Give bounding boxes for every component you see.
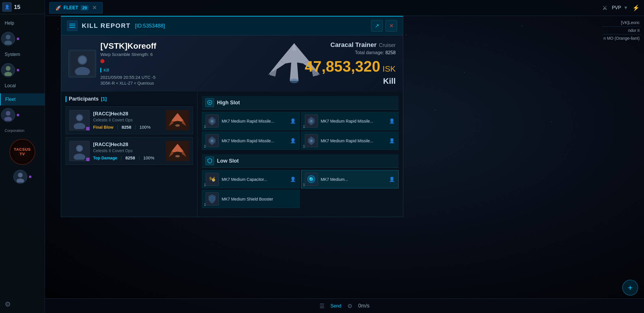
pilot-name: [VSTK]Koreoff (100, 41, 156, 51)
pilot-info: [VSTK]Koreoff Warp Scramble Strength: 6 … (68, 41, 156, 85)
sidebar-item-fleet[interactable]: Fleet (0, 93, 45, 105)
svg-text:+: + (212, 179, 214, 182)
kill-report-modal: KILL REPORT [ID:5353488] ↗ ✕ (61, 16, 403, 217)
damage-label: Total damage: (355, 50, 384, 55)
modal-actions: ↗ ✕ (371, 20, 397, 32)
hamburger-line (69, 24, 75, 24)
damage-value: 8258 (385, 50, 396, 55)
participant-card: [RACC]Hech28 Celestis II Covert Ops Fina… (66, 106, 193, 134)
participant-ship-icon (166, 110, 189, 130)
svg-point-51 (211, 140, 213, 142)
equip-count: 1 (303, 144, 305, 148)
sidebar-item-help[interactable]: Help (0, 17, 45, 29)
slot-icon (205, 98, 214, 107)
low-slot-section: Low Slot + (202, 154, 399, 208)
avatar-indicator (17, 114, 19, 116)
stat-divider: | (139, 155, 140, 161)
sidebar-item-local[interactable]: Local (0, 80, 45, 92)
pilot-warp: Warp Scramble Strength: 6 (100, 52, 156, 57)
high-slot-section: High Slot MK7 Medium Rapid Missile. (202, 96, 399, 150)
kill-right-info: Caracal Trainer Cruiser Total damage: 82… (305, 41, 396, 86)
isk-value: 47,853,320 (305, 58, 380, 75)
participant-card: [RACC]Hech28 Celestis II Covert Ops Top … (66, 137, 193, 165)
pilot-details: [VSTK]Koreoff Warp Scramble Strength: 6 … (100, 41, 156, 85)
logo-text: TACSUSTV (14, 147, 31, 156)
svg-point-37 (175, 155, 180, 157)
stat-divider: | (121, 155, 122, 161)
dropdown-arrow-icon: ▼ (623, 5, 628, 10)
equip-icon: + (206, 173, 219, 186)
menu-icon[interactable]: ☰ (319, 303, 325, 310)
settings-icon[interactable]: ⚙ (347, 303, 352, 310)
participant-name: [RACC]Hech28 (93, 142, 162, 148)
user-icon: 👤 (2, 2, 12, 12)
pvp-label: PVP ▼ (612, 5, 628, 10)
right-panel: [VK]Leoric ndor II n MO (Orange-liant) (602, 19, 641, 42)
close-button[interactable]: ✕ (386, 20, 397, 32)
equip-name: MK7 Medium Capacitor... (222, 177, 287, 182)
fleet-label: FLEET (64, 5, 78, 10)
equip-item: MK7 Medium Rapid Missile... 1 👤 (301, 112, 399, 130)
participant-ship-icon (166, 141, 189, 161)
equip-item: MK7 Medium Rapid Missile... 1 👤 (301, 132, 399, 150)
svg-point-3 (4, 72, 12, 76)
svg-point-47 (310, 120, 312, 122)
participants-title: Participants [1] (66, 96, 193, 102)
fleet-tab[interactable]: 🚀 FLEET 29 ✕ (49, 2, 103, 14)
equip-item: MK7 Medium Rapid Missile... 1 👤 (202, 132, 300, 150)
stat-damage: 8258 (125, 155, 135, 160)
stat-damage: 8258 (122, 125, 131, 130)
gear-icon: ⚙ (5, 300, 11, 308)
equip-count: 1 (204, 144, 206, 148)
participants-count: [1] (101, 97, 107, 102)
kill-header: [VSTK]Koreoff Warp Scramble Strength: 6 … (61, 35, 403, 92)
participant-rank-icon (86, 127, 90, 130)
send-button[interactable]: Send (330, 303, 341, 309)
stat-label: Top Damage (93, 156, 117, 160)
equip-owner-icon: 👤 (389, 176, 395, 182)
corporation-label: Corporation (0, 126, 45, 135)
sidebar-item-system[interactable]: System (0, 48, 45, 61)
participants-panel: Participants [1] [RACC]Hech28 Celestis I (61, 92, 198, 217)
svg-point-19 (79, 57, 86, 63)
isk-unit: ISK (383, 64, 396, 74)
add-button[interactable]: + (622, 280, 638, 296)
avatar-item (0, 62, 45, 78)
participant-stats: Final Blow | 8258 | 100% (93, 125, 162, 130)
kill-verdict: Kill (305, 77, 396, 86)
svg-point-62 (310, 177, 311, 179)
equipment-grid: + MK7 Medium Capacitor... 1 👤 (202, 170, 399, 208)
modal-header: KILL REPORT [ID:5353488] ↗ ✕ (61, 17, 403, 35)
equip-count: 1 (303, 125, 305, 129)
tacsus-logo: TACSUSTV (9, 139, 35, 165)
export-button[interactable]: ↗ (371, 20, 383, 32)
ship-type-line: Caracal Trainer Cruiser (305, 41, 396, 49)
topbar-right: ⚔ PVP ▼ ⚡ (602, 4, 640, 11)
right-panel-label: ndor II (628, 28, 640, 33)
ship-name: Caracal Trainer (330, 41, 377, 49)
equip-name: MK7 Medium Rapid Missile... (321, 119, 386, 123)
ship-class: Cruiser (379, 42, 396, 48)
equip-owner-icon: 👤 (290, 118, 296, 124)
sidebar: 👤 15 Help System (0, 0, 45, 313)
svg-point-43 (211, 120, 213, 122)
equip-icon (206, 114, 219, 128)
equip-count: 1 (204, 125, 206, 129)
settings-button[interactable]: ⚙ (0, 296, 45, 313)
right-panel-label: [VK]Leoric (621, 20, 640, 25)
hamburger-button[interactable] (67, 21, 77, 31)
damage-line: Total damage: 8258 (305, 50, 396, 55)
svg-marker-11 (290, 62, 299, 81)
equip-count: 1 (204, 183, 206, 187)
speed-display: 0m/s (358, 303, 370, 309)
close-icon: ✕ (389, 23, 394, 29)
tab-close-button[interactable]: ✕ (92, 5, 97, 11)
bottombar: ☰ Send ⚙ 0m/s (45, 299, 644, 313)
fleet-icon: 🚀 (55, 5, 61, 11)
slot-header: Low Slot (202, 154, 399, 168)
right-panel-item: n MO (Orange-liant) (602, 34, 641, 42)
avatar-item (0, 107, 45, 123)
equip-icon (206, 192, 219, 205)
equip-item: MK7 Medium Rapid Missile... 1 👤 (202, 112, 300, 130)
stat-divider: | (117, 125, 118, 130)
